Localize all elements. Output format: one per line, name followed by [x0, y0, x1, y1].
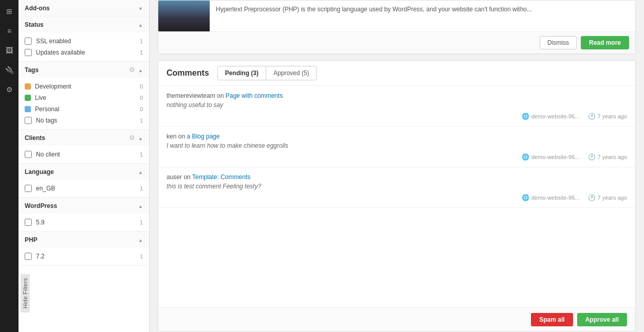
list-item: Updates available 1 — [19, 47, 149, 58]
table-row: themereviewteam on Page with comments no… — [158, 86, 635, 127]
comment-time: 🕐 7 years ago — [588, 153, 627, 161]
comment-meta: 🌐 demo-website-96... 🕐 7 years ago — [167, 113, 627, 120]
tags-body: Development 0 Live 0 Personal 0 No tags … — [19, 78, 149, 129]
tab-approved[interactable]: Approved (5) — [266, 66, 317, 80]
clients-section: Clients No client 1 — [19, 130, 149, 164]
language-chevron-icon — [138, 168, 143, 176]
php-72-checkbox[interactable] — [25, 253, 32, 260]
wordpress-section-header[interactable]: WordPress — [19, 198, 149, 214]
notification-footer: Dismiss Read more — [158, 31, 635, 54]
php-body: 7.2 1 — [19, 248, 149, 265]
approve-all-button[interactable]: Approve all — [577, 313, 627, 326]
status-section-header[interactable]: Status — [19, 16, 149, 32]
comment-post-link[interactable]: a Blog page — [187, 133, 219, 140]
en-gb-checkbox[interactable] — [25, 185, 32, 192]
table-row: auser on Template: Comments this is test… — [158, 167, 635, 208]
globe-icon: 🌐 — [522, 113, 529, 120]
wp-59-checkbox[interactable] — [25, 219, 32, 226]
main-content: Hypertext Preprocessor (PHP) is the scri… — [150, 0, 644, 332]
comment-body: nothing useful to say — [167, 101, 627, 109]
comment-body: I want to learn how to make chinese eggr… — [167, 142, 627, 149]
comment-author: themereviewteam — [167, 92, 215, 99]
php-title: PHP — [25, 236, 38, 243]
personal-count: 0 — [137, 106, 143, 112]
ssl-enabled-checkbox[interactable] — [25, 38, 32, 45]
comment-site-text: demo-website-96... — [531, 154, 580, 160]
clients-section-header[interactable]: Clients — [19, 130, 149, 146]
read-more-button[interactable]: Read more — [581, 36, 629, 49]
clients-title: Clients — [25, 134, 45, 142]
comment-author: auser — [167, 173, 182, 181]
comments-section: Comments Pending (3) Approved (5) themer… — [158, 60, 636, 332]
list-item: No client 1 — [19, 149, 149, 160]
php-section-header[interactable]: PHP — [19, 232, 149, 248]
personal-label: Personal — [35, 106, 133, 113]
clock-icon: 🕐 — [588, 113, 596, 120]
clients-wrench-icon[interactable] — [129, 134, 135, 142]
table-row: ken on a Blog page I want to learn how t… — [158, 127, 635, 167]
ssl-enabled-count: 1 — [137, 38, 143, 44]
list-item: SSL enabled 1 — [19, 36, 149, 47]
plugins-icon[interactable]: 🔌 — [0, 61, 19, 79]
no-client-checkbox[interactable] — [25, 151, 32, 158]
tags-controls — [129, 66, 143, 74]
list-item: Live 0 — [19, 92, 149, 103]
clients-controls — [129, 134, 143, 142]
list-item: 7.2 1 — [19, 251, 149, 262]
addons-section: Add-ons — [19, 0, 149, 16]
addons-chevron-icon — [138, 4, 143, 12]
globe-icon: 🌐 — [522, 153, 529, 161]
comment-author-line: ken on a Blog page — [167, 133, 627, 140]
dashboard-icon[interactable]: ⊞ — [0, 2, 19, 21]
language-section: Language en_GB 1 — [19, 164, 149, 198]
no-tags-label: No tags — [36, 117, 133, 124]
live-dot — [25, 95, 31, 101]
list-item: en_GB 1 — [19, 183, 149, 194]
dismiss-button[interactable]: Dismiss — [540, 36, 577, 49]
tags-chevron-icon — [138, 66, 143, 74]
tags-wrench-icon[interactable] — [129, 66, 135, 74]
addons-section-header[interactable]: Add-ons — [19, 0, 149, 16]
comment-post-link[interactable]: Template: Comments — [192, 173, 250, 181]
php-72-count: 1 — [137, 253, 143, 259]
status-section: Status SSL enabled 1 Updates available 1 — [19, 16, 149, 62]
comment-site: 🌐 demo-website-96... — [522, 153, 580, 161]
media-icon[interactable]: 🖼 — [0, 41, 19, 60]
notification-body: Hypertext Preprocessor (PHP) is the scri… — [158, 1, 635, 31]
php-72-label: 7.2 — [36, 253, 133, 260]
development-label: Development — [35, 83, 133, 90]
wp-59-label: 5.9 — [36, 219, 133, 226]
tags-section-header[interactable]: Tags — [19, 62, 149, 78]
live-label: Live — [35, 94, 133, 101]
tags-section: Tags Development 0 Live 0 Personal 0 — [19, 62, 149, 130]
language-section-header[interactable]: Language — [19, 164, 149, 180]
clock-icon: 🕐 — [588, 194, 596, 201]
updates-available-count: 1 — [137, 49, 143, 56]
comment-meta: 🌐 demo-website-96... 🕐 7 years ago — [167, 153, 627, 161]
comment-post-link[interactable]: Page with comments — [226, 92, 283, 99]
comment-time-text: 7 years ago — [598, 154, 627, 160]
no-tags-checkbox[interactable] — [25, 117, 32, 124]
comments-header: Comments Pending (3) Approved (5) — [158, 61, 635, 86]
settings-icon[interactable]: ⚙ — [0, 80, 19, 99]
posts-icon[interactable]: ≡ — [0, 22, 19, 40]
spam-all-button[interactable]: Spam all — [531, 313, 573, 326]
status-chevron-icon — [138, 21, 143, 28]
updates-available-checkbox[interactable] — [25, 49, 32, 56]
comment-time: 🕐 7 years ago — [588, 194, 627, 201]
notification-card: Hypertext Preprocessor (PHP) is the scri… — [158, 0, 636, 54]
hide-filters-button[interactable]: Hide Filters — [21, 274, 30, 312]
php-controls — [138, 236, 143, 243]
comment-body: this is test comment Feeling testy? — [167, 183, 627, 190]
tab-pending[interactable]: Pending (3) — [217, 66, 266, 80]
comments-list: themereviewteam on Page with comments no… — [158, 86, 635, 307]
status-body: SSL enabled 1 Updates available 1 — [19, 32, 149, 61]
wordpress-title: WordPress — [25, 202, 57, 209]
wordpress-chevron-icon — [138, 202, 143, 209]
comment-site-text: demo-website-96... — [531, 113, 580, 119]
wordpress-controls — [138, 202, 143, 209]
comment-time-text: 7 years ago — [598, 113, 627, 119]
ssl-enabled-label: SSL enabled — [36, 38, 133, 45]
en-gb-label: en_GB — [36, 185, 133, 192]
addons-controls — [138, 4, 143, 12]
